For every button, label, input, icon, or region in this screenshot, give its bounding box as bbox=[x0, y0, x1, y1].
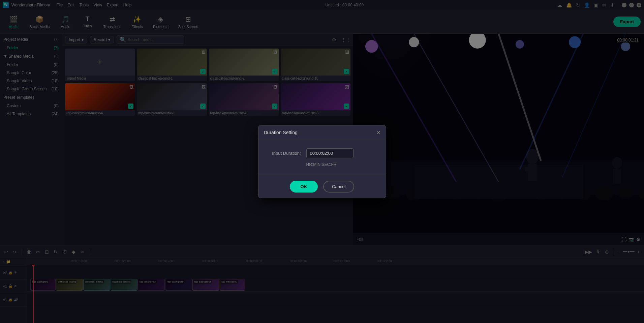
dialog-title: Duration Setting bbox=[264, 130, 298, 135]
cancel-button[interactable]: Cancel bbox=[323, 181, 354, 193]
input-duration-input[interactable] bbox=[306, 148, 354, 158]
input-duration-label: Input Duration: bbox=[264, 151, 301, 156]
dialog-body: Input Duration: HR:MIN:SEC:FR bbox=[258, 140, 386, 175]
format-hint: HR:MIN:SEC:FR bbox=[306, 162, 380, 167]
input-duration-field: Input Duration: bbox=[264, 148, 380, 158]
dialog-overlay: Duration Setting ✕ Input Duration: HR:MI… bbox=[0, 0, 644, 323]
dialog-header: Duration Setting ✕ bbox=[258, 125, 386, 140]
ok-button[interactable]: OK bbox=[290, 181, 318, 193]
dialog-footer: OK Cancel bbox=[258, 175, 386, 198]
dialog-close-icon[interactable]: ✕ bbox=[376, 129, 380, 136]
duration-dialog: Duration Setting ✕ Input Duration: HR:MI… bbox=[258, 125, 386, 198]
